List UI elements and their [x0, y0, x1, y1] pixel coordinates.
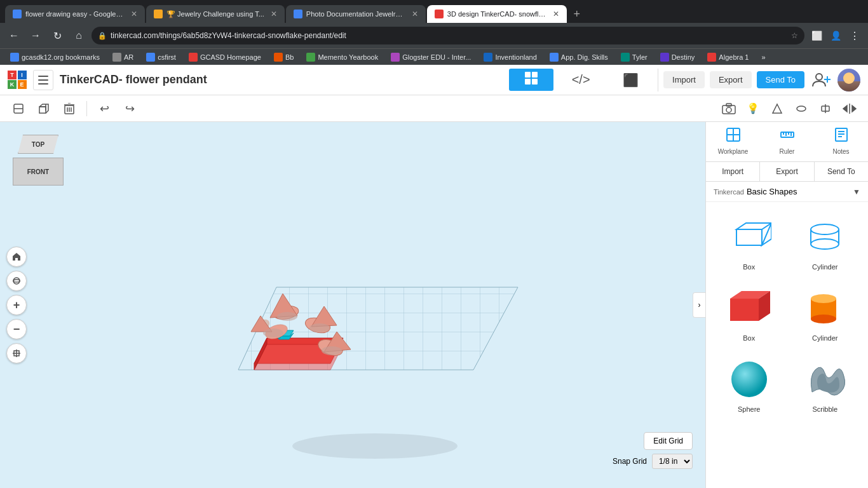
- shape-item-box[interactable]: Box: [714, 281, 785, 347]
- workplane-tool-button[interactable]: [8, 98, 29, 119]
- menu-icon[interactable]: ⋮: [846, 27, 863, 44]
- panel-collapse-button[interactable]: ›: [693, 292, 705, 318]
- send-to-button[interactable]: Send To: [757, 71, 804, 88]
- bookmark-glogster[interactable]: Glogster EDU - Inter...: [386, 51, 476, 63]
- view-cube-inner[interactable]: TOP FRONT: [13, 135, 64, 186]
- 3d-objects: [0, 122, 705, 488]
- bookmark-ar[interactable]: AR: [107, 51, 139, 63]
- circle-tool[interactable]: [790, 98, 812, 119]
- tab-close-2[interactable]: ✕: [271, 10, 277, 18]
- svg-rect-0: [38, 76, 48, 77]
- zoom-out-button[interactable]: −: [6, 319, 27, 339]
- refresh-button[interactable]: ↻: [48, 27, 66, 44]
- back-button[interactable]: ←: [5, 27, 23, 44]
- bookmark-favicon-appdig: [550, 53, 559, 62]
- bookmark-algebra[interactable]: Algebra 1: [702, 51, 754, 63]
- shape-item-scribble[interactable]: Scribble: [790, 352, 861, 418]
- orbit-button[interactable]: [6, 271, 27, 291]
- svg-point-22: [726, 107, 731, 112]
- tab-close-3[interactable]: ✕: [412, 10, 418, 18]
- hamburger-button[interactable]: [33, 70, 53, 90]
- shape-item-sphere[interactable]: Sphere: [714, 352, 785, 418]
- panel-send-to-button[interactable]: Send To: [815, 162, 868, 181]
- shape-item-cyl-wire[interactable]: Cylinder: [790, 210, 861, 276]
- bookmark-inventionland[interactable]: Inventionland: [478, 51, 541, 63]
- bookmark-memento[interactable]: Memento Yearbook: [301, 51, 383, 63]
- code-view-button[interactable]: </>: [559, 70, 603, 90]
- star-icon[interactable]: ☆: [791, 31, 798, 40]
- brick-view-button[interactable]: ⬛: [608, 70, 653, 90]
- box-tool-button[interactable]: [33, 98, 55, 119]
- bookmark-more[interactable]: »: [756, 52, 770, 62]
- grid-view-button[interactable]: [509, 69, 553, 91]
- fit-button[interactable]: [6, 343, 27, 363]
- add-user-button[interactable]: [810, 69, 832, 92]
- shape-item-cylinder[interactable]: Cylinder: [790, 281, 861, 347]
- bookmark-destiny[interactable]: Destiny: [655, 51, 700, 63]
- trash-tool-button[interactable]: [58, 98, 80, 119]
- toolbar-right: 💡: [144, 98, 860, 119]
- zoom-in-button[interactable]: +: [6, 295, 27, 315]
- tab-favicon-2: [154, 10, 163, 18]
- tab-3[interactable]: Photo Documentation Jewelry C... ✕: [286, 5, 426, 23]
- bookmark-label-algebra: Algebra 1: [719, 53, 749, 61]
- category-dropdown-icon[interactable]: ▼: [853, 187, 860, 196]
- forward-button[interactable]: →: [27, 27, 44, 44]
- svg-marker-24: [773, 104, 782, 113]
- shape-item-box-wire[interactable]: Box: [714, 210, 785, 276]
- user-avatar[interactable]: [837, 69, 860, 92]
- camera-icon[interactable]: [718, 98, 740, 119]
- ruler-tab-label: Ruler: [780, 148, 795, 155]
- bookmark-gcasd-homepage[interactable]: GCASD Homepage: [184, 51, 266, 63]
- import-button[interactable]: Import: [663, 71, 705, 88]
- redo-button[interactable]: ↪: [119, 98, 140, 119]
- view-cube-top[interactable]: TOP: [18, 135, 58, 154]
- profile-icon[interactable]: 👤: [827, 27, 844, 44]
- extensions-icon[interactable]: ⬜: [808, 27, 825, 44]
- panel-import-button[interactable]: Import: [706, 162, 760, 181]
- bookmark-csfirst[interactable]: csfirst: [141, 51, 181, 63]
- home-button[interactable]: ⌂: [70, 27, 88, 44]
- new-tab-button[interactable]: +: [568, 5, 586, 23]
- tab-ruler[interactable]: Ruler: [760, 122, 814, 161]
- edit-grid-button[interactable]: Edit Grid: [644, 432, 693, 450]
- align-tool[interactable]: [815, 98, 836, 119]
- undo-button[interactable]: ↩: [93, 98, 115, 119]
- tab-2[interactable]: 🏆 Jewelry Challenge using T... ✕: [146, 5, 285, 23]
- workplane-tab-label: Workplane: [718, 148, 749, 155]
- shapes-category[interactable]: Tinkercad Basic Shapes ▼: [706, 182, 868, 202]
- bookmark-appdig[interactable]: App. Dig. Skills: [545, 51, 613, 63]
- tab-4[interactable]: 3D design TinkerCAD- snowflake... ✕: [427, 5, 567, 23]
- logo-cell-tin: T: [8, 71, 17, 79]
- tab-title-4: 3D design TinkerCAD- snowflake...: [447, 10, 546, 18]
- bookmark-bb[interactable]: Bb: [269, 51, 299, 63]
- panel-tabs: Workplane Ruler: [706, 122, 868, 162]
- flip-tool[interactable]: [839, 98, 860, 119]
- tab-close-4[interactable]: ✕: [553, 10, 559, 18]
- snap-grid-select[interactable]: 1/8 in 1/4 in 1/2 in 1 in: [652, 454, 693, 469]
- light-icon[interactable]: 💡: [742, 98, 764, 119]
- svg-point-54: [13, 278, 20, 284]
- shape-tool[interactable]: [766, 98, 788, 119]
- home-view-button[interactable]: [6, 247, 27, 267]
- canvas-area[interactable]: TOP FRONT + −: [0, 122, 705, 488]
- tab-close-1[interactable]: ✕: [131, 10, 137, 18]
- bookmark-tyler[interactable]: Tyler: [616, 51, 653, 63]
- tinkercad-app: T I K E TinkerCAD- flower pendant: [0, 65, 868, 488]
- tab-1[interactable]: flower drawing easy - Google Se... ✕: [5, 5, 145, 23]
- tab-favicon-3: [294, 10, 302, 18]
- svg-rect-6: [532, 79, 538, 85]
- svg-rect-3: [525, 72, 531, 78]
- bookmark-favicon-memento: [306, 53, 315, 62]
- view-cube[interactable]: TOP FRONT: [13, 135, 64, 186]
- bookmark-gcasd[interactable]: gcasdk12.org bookmarks: [5, 51, 105, 63]
- svg-marker-30: [852, 105, 856, 112]
- shape-thumb-box: [724, 286, 775, 330]
- left-controls: + −: [6, 247, 27, 363]
- export-button[interactable]: Export: [710, 71, 752, 88]
- tab-workplane[interactable]: Workplane: [706, 122, 760, 161]
- tab-notes[interactable]: Notes: [814, 122, 868, 161]
- address-bar[interactable]: 🔒 tinkercad.com/things/6ab5d8zYvW4-tinke…: [92, 27, 804, 44]
- panel-export-button[interactable]: Export: [760, 162, 814, 181]
- view-cube-front[interactable]: FRONT: [13, 158, 64, 186]
